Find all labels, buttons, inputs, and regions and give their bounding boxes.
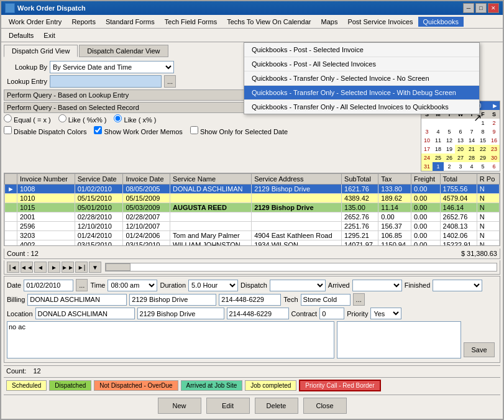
cal-33[interactable]: 28 xyxy=(466,153,477,162)
radio-like-pct[interactable]: Like ( %x% ) xyxy=(58,114,107,124)
horizontal-scrollbar[interactable] xyxy=(105,263,497,272)
table-row[interactable]: ► 1008 01/02/2010 08/05/2005 DONALD ASCH… xyxy=(5,185,500,194)
col-freight[interactable]: Freight xyxy=(411,174,440,185)
location-address[interactable] xyxy=(137,308,224,319)
table-row[interactable]: 1010 05/15/2010 05/15/2009 4389.42 189.6… xyxy=(5,194,500,203)
radio-equal[interactable]: Equal ( = x ) xyxy=(4,114,51,124)
menu-techs-calendar[interactable]: Techs To View On Calendar xyxy=(222,17,316,27)
cal-30[interactable]: 25 xyxy=(433,153,444,162)
close-button[interactable]: ✕ xyxy=(488,3,499,13)
cal-18[interactable]: 13 xyxy=(455,136,466,145)
menu-reports[interactable]: Reports xyxy=(66,17,101,27)
cal-9[interactable]: 4 xyxy=(433,127,444,136)
table-row[interactable]: 1015 05/01/2010 05/03/2009 AUGUSTA REED … xyxy=(5,203,500,212)
cal-10[interactable]: 5 xyxy=(444,127,455,136)
cb-show-memos[interactable]: Show Work Order Memos xyxy=(94,126,182,135)
dropdown-item-1[interactable]: Quickbooks - Post - Selected Invoice xyxy=(244,43,479,57)
cal-22[interactable]: 17 xyxy=(421,145,433,153)
tab-dispatch-grid[interactable]: Dispatch Grid View xyxy=(4,45,78,57)
menu-defaults[interactable]: Defaults xyxy=(4,30,39,40)
cal-25[interactable]: 20 xyxy=(455,145,466,153)
menu-standard-forms[interactable]: Standard Forms xyxy=(101,17,160,27)
cal-21[interactable]: 16 xyxy=(488,136,500,145)
dropdown-item-3[interactable]: Quickbooks - Transfer Only - Selected In… xyxy=(244,71,479,86)
nav-first[interactable]: |◄ xyxy=(7,262,19,273)
date-input[interactable] xyxy=(24,280,73,291)
notes-textarea[interactable]: no ac xyxy=(7,321,334,358)
cal-5[interactable] xyxy=(466,119,477,127)
tech-input[interactable] xyxy=(301,294,351,306)
table-row[interactable]: 2596 12/10/2010 12/10/2007 2251.76 156.3… xyxy=(5,222,500,231)
cal-34[interactable]: 29 xyxy=(477,153,488,162)
dispatch-select[interactable] xyxy=(270,280,326,291)
cal-17[interactable]: 12 xyxy=(444,136,455,145)
cal-27[interactable]: 22 xyxy=(477,145,488,153)
cal-4[interactable] xyxy=(455,119,466,127)
table-row[interactable]: 2001 02/28/2010 02/28/2007 2652.76 0.00 … xyxy=(5,212,500,222)
menu-work-order-entry[interactable]: Work Order Entry xyxy=(4,17,66,27)
edit-button[interactable]: Edit xyxy=(206,398,250,414)
table-row[interactable]: 3203 01/24/2010 01/24/2006 Tom and Mary … xyxy=(5,231,500,240)
cal-next[interactable]: ► xyxy=(492,102,498,109)
tech-browse[interactable]: ... xyxy=(353,293,365,306)
cal-24[interactable]: 19 xyxy=(444,145,455,153)
cal-39[interactable]: 3 xyxy=(455,162,466,171)
col-service-address[interactable]: Service Address xyxy=(252,174,342,185)
cb-show-selected-date[interactable]: Show Only for Selected Date xyxy=(190,126,288,135)
dropdown-item-4[interactable]: Quickbooks - Transfer Only - Selected In… xyxy=(244,86,479,100)
cal-40[interactable]: 4 xyxy=(466,162,477,171)
cal-35[interactable]: 30 xyxy=(488,153,500,162)
nav-next[interactable]: ► xyxy=(48,262,60,273)
menu-tech-field-forms[interactable]: Tech Field Forms xyxy=(160,17,222,27)
table-row[interactable]: 4002 03/15/2010 03/15/2010 WILLIAM JOHNS… xyxy=(5,240,500,247)
col-invoice[interactable]: Invoice Number xyxy=(17,174,75,185)
cal-16[interactable]: 11 xyxy=(433,136,444,145)
menu-maps[interactable]: Maps xyxy=(316,17,342,27)
cal-42[interactable]: 6 xyxy=(488,162,500,171)
col-total[interactable]: Total xyxy=(440,174,477,185)
cal-7[interactable]: 2 xyxy=(488,119,500,127)
cb-disable-colors[interactable]: Disable Dispatch Colors xyxy=(4,126,86,135)
col-invoice-date[interactable]: Invoice Date xyxy=(123,174,170,185)
col-subtotal[interactable]: SubTotal xyxy=(342,174,378,185)
nav-filter[interactable]: ▼ xyxy=(89,262,101,273)
cal-41[interactable]: 5 xyxy=(477,162,488,171)
finished-select[interactable] xyxy=(433,280,482,291)
billing-address[interactable] xyxy=(129,294,216,306)
tab-dispatch-calendar[interactable]: Dispatch Calendar View xyxy=(79,45,168,57)
close-button-action[interactable]: Close xyxy=(303,398,347,414)
cal-23[interactable]: 18 xyxy=(433,145,444,153)
cal-32[interactable]: 27 xyxy=(455,153,466,162)
col-service-date[interactable]: Service Date xyxy=(75,174,123,185)
billing-phone[interactable] xyxy=(219,294,281,306)
cal-13[interactable]: 8 xyxy=(477,127,488,136)
maximize-button[interactable]: □ xyxy=(475,3,487,13)
cal-6[interactable]: 1 xyxy=(477,119,488,127)
delete-button[interactable]: Delete xyxy=(255,398,298,414)
nav-last[interactable]: ►| xyxy=(75,262,88,273)
nav-prev[interactable]: ◄ xyxy=(34,262,47,273)
nav-next-page[interactable]: ►► xyxy=(62,262,74,273)
minimize-button[interactable]: ─ xyxy=(463,3,474,13)
cal-12[interactable]: 7 xyxy=(466,127,477,136)
cal-15[interactable]: 10 xyxy=(421,136,433,145)
dropdown-item-2[interactable]: Quickbooks - Post - All Selected Invoice… xyxy=(244,57,479,71)
date-browse[interactable]: ... xyxy=(76,279,88,291)
lookup-by-select[interactable]: By Service Date and Time xyxy=(50,61,174,73)
col-rpo[interactable]: R Po xyxy=(477,174,499,185)
cal-2[interactable] xyxy=(433,119,444,127)
location-name[interactable] xyxy=(35,308,135,319)
cal-36[interactable]: 31 xyxy=(421,162,433,171)
cal-1[interactable] xyxy=(421,119,433,127)
dropdown-item-5[interactable]: Quickbooks - Transfer Only - All Selecte… xyxy=(244,100,479,114)
menu-quickbooks[interactable]: Quickbooks xyxy=(418,17,464,27)
cal-19[interactable]: 14 xyxy=(466,136,477,145)
cal-38[interactable]: 2 xyxy=(444,162,455,171)
radio-like-x[interactable]: Like ( x% ) xyxy=(114,114,156,124)
cal-37[interactable]: 1 xyxy=(433,162,444,171)
lookup-entry-browse[interactable]: ... xyxy=(164,75,176,88)
nav-prev-page[interactable]: ◄◄ xyxy=(21,262,33,273)
new-button[interactable]: New xyxy=(158,398,201,414)
save-button[interactable]: Save xyxy=(464,342,495,357)
col-tax[interactable]: Tax xyxy=(378,174,411,185)
